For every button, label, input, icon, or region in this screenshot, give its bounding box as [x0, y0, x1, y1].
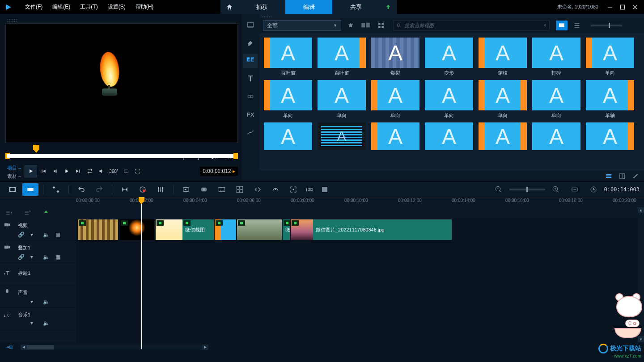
- mask-button[interactable]: [317, 183, 333, 196]
- timeline-clip[interactable]: 微: [283, 219, 290, 240]
- overlay-button[interactable]: [196, 183, 212, 196]
- options-button[interactable]: [630, 172, 641, 181]
- volume-button[interactable]: [96, 166, 107, 177]
- clip-mode-label[interactable]: 素材 –: [7, 173, 21, 180]
- time-ruler[interactable]: 00:00:00:0000:00:02:0000:00:04:0000:00:0…: [76, 197, 644, 207]
- transition-thumb[interactable]: A穿梭: [479, 38, 527, 76]
- scroll-down-button[interactable]: ▼: [638, 336, 644, 342]
- trim-button[interactable]: [117, 183, 133, 196]
- timeline-clip[interactable]: [78, 219, 118, 240]
- search-input[interactable]: [404, 23, 541, 28]
- menu-tools[interactable]: 工具(T): [76, 1, 102, 13]
- transition-thumb[interactable]: A单向: [318, 80, 366, 119]
- hscroll-thumb[interactable]: [27, 345, 54, 349]
- title-track-head[interactable]: ₁T标题1: [0, 263, 76, 286]
- menu-file[interactable]: 文件(F): [21, 1, 47, 13]
- music-track-head[interactable]: ₁♫音乐1 ▾🔈: [0, 308, 76, 330]
- timeline-vscroll[interactable]: ▼: [638, 219, 644, 342]
- add-favorite-icon[interactable]: +: [345, 20, 356, 31]
- tools-button[interactable]: [48, 183, 64, 196]
- voice-track-lane[interactable]: [76, 286, 644, 308]
- capture-tab[interactable]: 捕获: [238, 0, 285, 14]
- tracking-button[interactable]: [285, 183, 301, 196]
- timeline-clip[interactable]: [215, 219, 236, 240]
- transition-thumb[interactable]: A: [532, 122, 580, 150]
- lib-grid-icon[interactable]: [375, 20, 387, 31]
- go-start-button[interactable]: [38, 166, 49, 177]
- transition-thumb[interactable]: A变形: [425, 38, 473, 76]
- prev-frame-button[interactable]: [50, 166, 60, 177]
- transition-thumb[interactable]: A: [371, 122, 419, 150]
- play-button[interactable]: [25, 165, 37, 177]
- transition-thumb[interactable]: A爆裂: [371, 38, 419, 76]
- lib-tab-graphics[interactable]: [243, 89, 258, 104]
- lib-ab-icon[interactable]: [360, 20, 372, 31]
- close-button[interactable]: [630, 2, 640, 13]
- go-end-button[interactable]: [73, 166, 84, 177]
- transition-thumb[interactable]: A百叶窗: [264, 38, 312, 76]
- voice-track-head[interactable]: 声音 ▾🔈: [0, 286, 76, 308]
- track-list-button[interactable]: [0, 209, 17, 216]
- project-mode-label[interactable]: 项目 –: [7, 164, 21, 171]
- menu-settings[interactable]: 设置(S): [103, 1, 130, 13]
- transition-thumb[interactable]: A单轴: [586, 80, 634, 119]
- lib-tab-filter[interactable]: FX: [243, 107, 258, 122]
- playhead[interactable]: [141, 197, 142, 349]
- transition-thumb[interactable]: A单向: [532, 80, 580, 119]
- transition-thumb[interactable]: A单向: [371, 80, 419, 119]
- next-frame-button[interactable]: [61, 166, 72, 177]
- zoom-out-button[interactable]: [491, 183, 507, 196]
- music-track-lane[interactable]: [76, 308, 644, 330]
- scroll-left-button[interactable]: ◀: [21, 345, 27, 350]
- list-view-button[interactable]: [571, 20, 583, 31]
- multicam-button[interactable]: [232, 183, 248, 196]
- fullscreen-button[interactable]: [132, 166, 143, 177]
- 3d-title-button[interactable]: T3D: [303, 183, 315, 196]
- thumbnail-view-button[interactable]: [556, 21, 568, 30]
- transition-thumb[interactable]: A单向: [264, 80, 312, 119]
- auto-scroll-button[interactable]: ⇥⊞: [0, 342, 18, 352]
- show-timeline-button[interactable]: [603, 172, 614, 181]
- overlay-track-head[interactable]: 叠加1 🔗▾🔈▦: [0, 241, 76, 263]
- fit-timeline-button[interactable]: [567, 183, 583, 196]
- lib-tab-title[interactable]: T: [243, 72, 258, 86]
- tracks-body[interactable]: 微信截图微微信图片_20221117080346.jpg: [76, 219, 644, 342]
- project-duration-icon[interactable]: [585, 183, 602, 196]
- aspect-button[interactable]: [121, 166, 131, 177]
- upload-tab[interactable]: [379, 0, 397, 14]
- transition-thumb[interactable]: A: [318, 122, 366, 150]
- link-icon[interactable]: 🔗: [18, 232, 24, 238]
- transition-thumb[interactable]: A单向: [425, 80, 473, 119]
- video-track-lane[interactable]: 微信截图微微信图片_20221117080346.jpg: [76, 219, 644, 241]
- preview-viewport[interactable]: [5, 23, 238, 143]
- overlay-track-lane[interactable]: [76, 241, 644, 263]
- lib-tab-path[interactable]: [243, 125, 258, 139]
- lib-tab-transition[interactable]: AB: [243, 54, 258, 68]
- record-button[interactable]: [135, 183, 151, 196]
- category-dropdown[interactable]: 全部▼: [263, 20, 341, 31]
- mute-icon[interactable]: 🔈: [43, 232, 49, 238]
- timeline-zoom-slider[interactable]: [509, 189, 545, 190]
- ripple-toggle[interactable]: [38, 209, 55, 216]
- timeline-clip[interactable]: [156, 219, 182, 240]
- timeline-clip[interactable]: 微信图片_20221117080346.jpg: [291, 219, 452, 240]
- search-clear-icon[interactable]: ×: [543, 22, 547, 29]
- transition-thumb[interactable]: A: [479, 122, 527, 150]
- thumbnail-zoom-slider[interactable]: [591, 25, 622, 26]
- loop-button[interactable]: [85, 166, 95, 177]
- home-tab[interactable]: [220, 0, 238, 14]
- timeline-view-button[interactable]: [22, 183, 38, 196]
- preview-scrubber[interactable]: [5, 145, 238, 152]
- pane-grip[interactable]: ::::::: [5, 18, 238, 21]
- menu-help[interactable]: 帮助(H): [131, 1, 158, 13]
- maximize-button[interactable]: [617, 2, 628, 13]
- library-search[interactable]: ×: [393, 20, 550, 31]
- share-tab[interactable]: 共享: [332, 0, 379, 14]
- transition-thumb[interactable]: A百叶窗: [318, 38, 366, 76]
- fx-checker-icon[interactable]: ▦: [55, 232, 62, 238]
- 360-button[interactable]: 360°: [108, 166, 120, 177]
- undo-button[interactable]: [73, 183, 89, 196]
- lib-tab-fx[interactable]: [243, 36, 258, 50]
- redo-button[interactable]: [91, 183, 107, 196]
- transition-thumb[interactable]: A打碎: [532, 38, 580, 76]
